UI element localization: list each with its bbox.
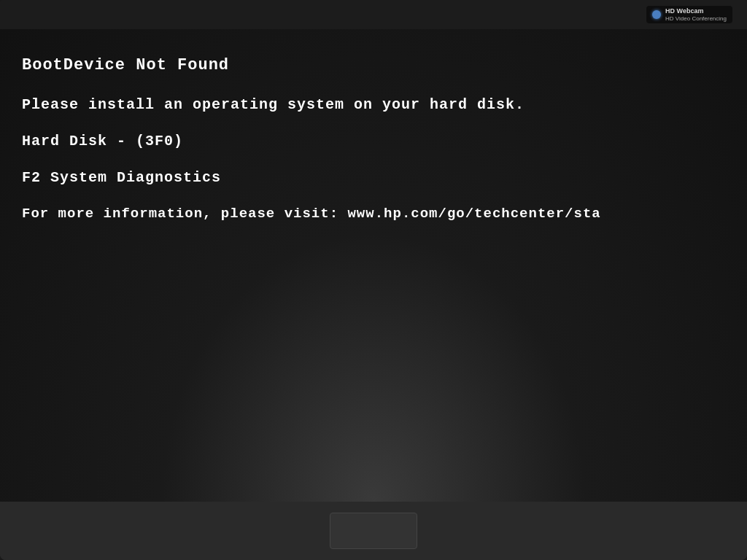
error-display: BootDevice Not Found Please install an o…	[22, 51, 725, 226]
error-line-3: Hard Disk - (3F0)	[22, 128, 725, 155]
error-line-1: BootDevice Not Found	[22, 51, 725, 80]
error-line-2: Please install an operating system on yo…	[22, 92, 725, 118]
error-line-5: For more information, please visit: www.…	[22, 201, 725, 226]
top-bar: HD Webcam HD Video Conferencing	[0, 0, 747, 29]
trackpad[interactable]	[330, 513, 417, 549]
webcam-label: HD Webcam HD Video Conferencing	[665, 7, 727, 22]
screen-bezel: HD Webcam HD Video Conferencing BootDevi…	[0, 0, 747, 502]
webcam-dot	[652, 10, 661, 19]
error-line-4: F2 System Diagnostics	[22, 165, 725, 191]
webcam-indicator: HD Webcam HD Video Conferencing	[646, 6, 732, 23]
webcam-subtitle: HD Video Conferencing	[665, 15, 727, 23]
laptop-frame: HD Webcam HD Video Conferencing BootDevi…	[0, 0, 747, 560]
webcam-title: HD Webcam	[665, 7, 727, 15]
screen-content: BootDevice Not Found Please install an o…	[0, 29, 747, 502]
keyboard-area	[0, 502, 747, 560]
